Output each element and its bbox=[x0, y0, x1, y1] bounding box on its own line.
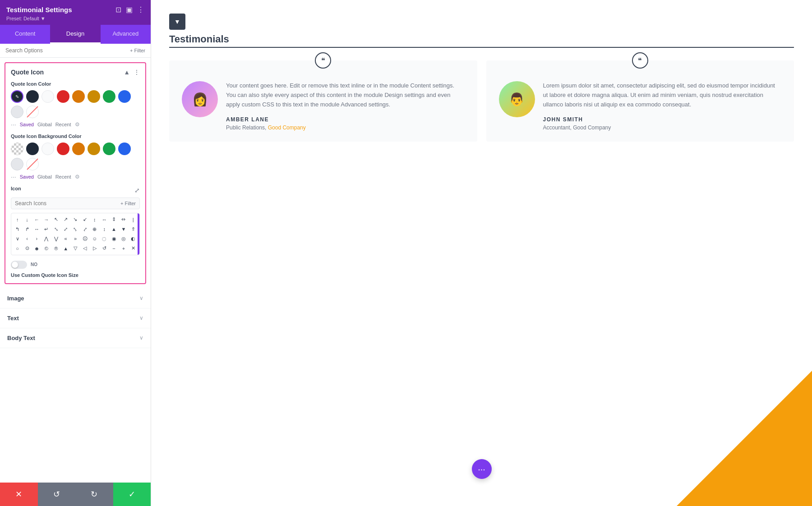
icon-down2[interactable]: ▼ bbox=[119, 225, 128, 233]
settings-gear-icon[interactable]: ⚙ bbox=[75, 121, 80, 128]
icon-se[interactable]: ↘ bbox=[71, 215, 79, 224]
icon-collapse[interactable]: ⤣ bbox=[71, 225, 79, 233]
icon-leftright3[interactable]: ↔ bbox=[32, 225, 41, 233]
bg-color-swatch-yellow[interactable] bbox=[88, 143, 100, 155]
icon-circle-o[interactable]: ○ bbox=[13, 244, 22, 253]
icon-dblchevleft[interactable]: « bbox=[61, 235, 70, 243]
bg-color-swatch-transparent[interactable] bbox=[11, 143, 23, 155]
bg-global-label[interactable]: Global bbox=[37, 174, 52, 179]
bg-color-swatch-light[interactable] bbox=[11, 158, 23, 170]
bg-color-swatch-black[interactable] bbox=[26, 143, 39, 155]
icon-scroll2[interactable]: ⇑ bbox=[129, 225, 138, 233]
icon-placeholder5[interactable]: ▷ bbox=[90, 244, 99, 253]
bg-color-swatch-red[interactable] bbox=[57, 143, 69, 155]
color-swatch-light[interactable] bbox=[11, 106, 23, 118]
tab-design[interactable]: Design bbox=[50, 25, 100, 44]
icon-triangle-left[interactable]: ◁ bbox=[81, 244, 89, 253]
responsive-icon[interactable]: ⊡ bbox=[115, 5, 121, 14]
icon-updown[interactable]: ↕ bbox=[90, 215, 99, 224]
icon-minus[interactable]: − bbox=[110, 244, 118, 253]
preset-label[interactable]: Preset: Default ▼ bbox=[6, 16, 144, 21]
bg-recent-label[interactable]: Recent bbox=[55, 174, 71, 179]
icon-expand[interactable]: ⤡ bbox=[52, 225, 60, 233]
text-section[interactable]: Text ∨ bbox=[0, 308, 151, 328]
layout-icon[interactable]: ▣ bbox=[126, 5, 133, 14]
icon-cross[interactable]: ✕ bbox=[129, 244, 138, 253]
icon-registered[interactable]: ® bbox=[52, 244, 60, 253]
section-icon-block[interactable]: ▼ bbox=[169, 14, 185, 30]
color-swatch-none[interactable] bbox=[26, 106, 39, 118]
icon-triangle-up[interactable]: ▲ bbox=[61, 244, 70, 253]
color-swatch-white[interactable] bbox=[42, 90, 54, 103]
icon-placeholder3[interactable]: ◎ bbox=[119, 235, 128, 243]
color-swatch-green[interactable] bbox=[103, 90, 115, 103]
icon-chevdown[interactable]: ∨ bbox=[13, 235, 22, 243]
icon-left[interactable]: ← bbox=[32, 215, 41, 224]
icon-circle-smile[interactable]: ☻ bbox=[32, 244, 41, 253]
icon-down[interactable]: ↓ bbox=[23, 215, 31, 224]
icon-vert-bar[interactable]: | bbox=[129, 215, 138, 224]
floating-action-button[interactable]: ··· bbox=[472, 459, 492, 479]
icon-chevleft[interactable]: ‹ bbox=[23, 235, 31, 243]
icon-sw[interactable]: ↙ bbox=[81, 215, 89, 224]
redo-button[interactable]: ↻ bbox=[75, 483, 113, 506]
recent-label[interactable]: Recent bbox=[55, 122, 71, 127]
icon-turn-left[interactable]: ↰ bbox=[13, 225, 22, 233]
color-swatch-black[interactable] bbox=[26, 90, 39, 103]
icon-dblup[interactable]: ⋀ bbox=[42, 235, 51, 243]
saved-label[interactable]: Saved bbox=[20, 122, 34, 127]
color-swatch-red[interactable] bbox=[57, 90, 69, 103]
color-swatch-yellow[interactable] bbox=[88, 90, 100, 103]
tab-advanced[interactable]: Advanced bbox=[101, 25, 151, 44]
undo-button[interactable]: ↺ bbox=[38, 483, 76, 506]
icon-back[interactable]: ↵ bbox=[42, 225, 51, 233]
body-text-section[interactable]: Body Text ∨ bbox=[0, 328, 151, 348]
tab-content[interactable]: Content bbox=[0, 25, 50, 44]
icon-expand3[interactable]: ⤤ bbox=[81, 225, 89, 233]
icon-right[interactable]: → bbox=[42, 215, 51, 224]
icon-plus[interactable]: + bbox=[119, 244, 128, 253]
icon-placeholder2[interactable]: ◉ bbox=[110, 235, 118, 243]
icon-leftright[interactable]: ↔ bbox=[100, 215, 108, 224]
bg-color-swatch-blue[interactable] bbox=[118, 143, 131, 155]
color-swatch-selected[interactable]: ✎ bbox=[11, 90, 23, 103]
collapse-icon[interactable]: ▲ bbox=[124, 69, 130, 76]
icon-copyright[interactable]: © bbox=[42, 244, 51, 253]
bg-saved-label[interactable]: Saved bbox=[20, 174, 34, 179]
icon-sad[interactable]: ☹ bbox=[81, 235, 89, 243]
icon-scroll[interactable]: ↕ bbox=[100, 225, 108, 233]
section-more-icon[interactable]: ⋮ bbox=[134, 69, 140, 76]
bg-settings-gear-icon[interactable]: ⚙ bbox=[75, 174, 80, 180]
cancel-button[interactable]: ✕ bbox=[0, 483, 38, 506]
icon-dblchevright[interactable]: » bbox=[71, 235, 79, 243]
icon-ne[interactable]: ↗ bbox=[61, 215, 70, 224]
icon-updown2[interactable]: ⇕ bbox=[110, 215, 118, 224]
more-options-icon[interactable]: ⋮ bbox=[137, 5, 144, 14]
icon-leftright2[interactable]: ⇔ bbox=[119, 215, 128, 224]
icon-up2[interactable]: ▲ bbox=[110, 225, 118, 233]
bg-color-swatch-green[interactable] bbox=[103, 143, 115, 155]
global-label[interactable]: Global bbox=[37, 122, 52, 127]
icon-dbldown[interactable]: ⋁ bbox=[52, 235, 60, 243]
bg-more-colors-dots[interactable]: ··· bbox=[11, 173, 16, 180]
icon-search-input[interactable] bbox=[15, 200, 118, 207]
search-options-input[interactable] bbox=[5, 47, 126, 54]
bg-color-swatch-orange[interactable] bbox=[72, 143, 85, 155]
image-section[interactable]: Image ∨ bbox=[0, 289, 151, 308]
icon-placeholder4[interactable]: ◐ bbox=[129, 235, 138, 243]
icon-triangle-down[interactable]: ▽ bbox=[71, 244, 79, 253]
save-button[interactable]: ✓ bbox=[113, 483, 151, 506]
icon-up[interactable]: ↑ bbox=[13, 215, 22, 224]
icon-filter-button[interactable]: + Filter bbox=[120, 201, 136, 206]
custom-icon-size-toggle[interactable] bbox=[11, 261, 27, 269]
icon-refresh[interactable]: ↺ bbox=[100, 244, 108, 253]
more-colors-dots[interactable]: ··· bbox=[11, 121, 16, 128]
search-filter-button[interactable]: + Filter bbox=[130, 48, 145, 53]
icon-circle-dot[interactable]: ⊙ bbox=[23, 244, 31, 253]
bg-color-swatch-none[interactable] bbox=[26, 158, 39, 170]
color-swatch-orange[interactable] bbox=[72, 90, 85, 103]
icon-placeholder1[interactable]: ◌ bbox=[100, 235, 108, 243]
icon-expand2[interactable]: ⤢ bbox=[61, 225, 70, 233]
bg-color-swatch-white[interactable] bbox=[42, 143, 54, 155]
icon-expand-icon[interactable]: ⤢ bbox=[134, 187, 140, 194]
